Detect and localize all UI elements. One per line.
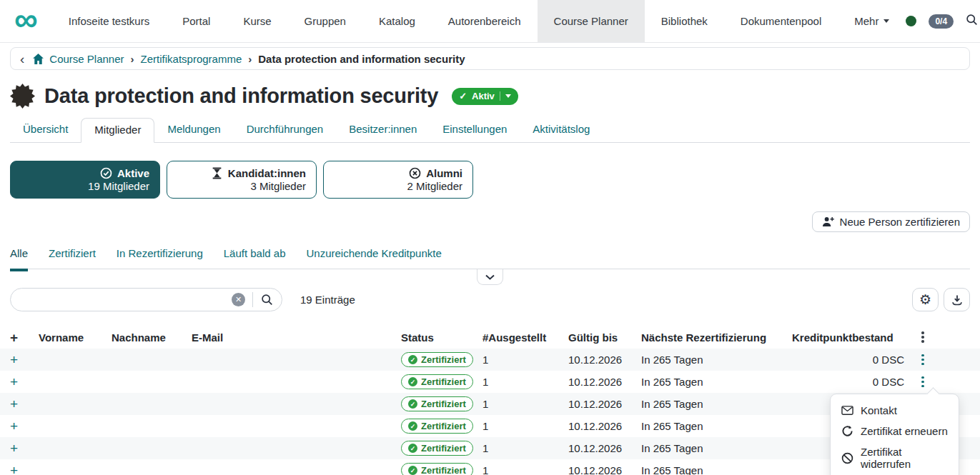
check-icon: ✓ bbox=[408, 444, 417, 453]
entries-count: 19 Einträge bbox=[300, 294, 355, 306]
filter-link[interactable]: Zertifiziert bbox=[49, 247, 96, 259]
check-icon: ✓ bbox=[459, 91, 467, 101]
table-row: + ✓ Zertifiziert 1 10.12.2026 In 265 Tag… bbox=[0, 349, 980, 371]
menu-item-zertifikat-widerrufen[interactable]: Zertifikat widerrufen bbox=[831, 441, 959, 474]
member-summary-cards: Aktive 19 Mitglieder Kandidat:innen 3 Mi… bbox=[10, 161, 970, 199]
breadcrumb-home-link[interactable]: Course Planner bbox=[32, 53, 124, 65]
column-header-email[interactable]: E-Mail bbox=[192, 331, 401, 344]
column-header-vorname[interactable]: Vorname bbox=[39, 331, 112, 344]
nav-item[interactable]: Autorenbereich bbox=[432, 0, 538, 42]
expand-row-icon[interactable]: + bbox=[10, 441, 39, 455]
tab[interactable]: Mitglieder bbox=[81, 118, 154, 143]
expand-row-icon[interactable]: + bbox=[10, 397, 39, 411]
filter-collapse-row bbox=[0, 269, 980, 285]
tab[interactable]: Aktivitätslog bbox=[520, 118, 603, 142]
column-header-nachname[interactable]: Nachname bbox=[112, 331, 192, 344]
expand-row-icon[interactable]: + bbox=[10, 464, 39, 475]
filter-link[interactable]: Läuft bald ab bbox=[224, 247, 286, 259]
main-navigation: Infoseite testkurs Portal Kurse Gruppen … bbox=[52, 0, 906, 42]
home-icon bbox=[32, 53, 44, 65]
status-badge: ✓ Zertifiziert bbox=[401, 419, 473, 434]
tab[interactable]: Meldungen bbox=[154, 118, 233, 142]
table-header-menu-icon[interactable] bbox=[919, 329, 926, 345]
expand-row-icon[interactable]: + bbox=[10, 353, 39, 366]
filter-link[interactable]: Unzureichende Kreditpunkte bbox=[307, 247, 442, 259]
cell-ausgestellt: 1 bbox=[482, 442, 568, 454]
expand-row-icon[interactable]: + bbox=[10, 375, 39, 389]
status-badge: ✓ Zertifiziert bbox=[401, 352, 473, 367]
nav-item[interactable]: Bibliothek bbox=[645, 0, 724, 42]
brand-logo-infinity-icon[interactable]: ∞ bbox=[14, 0, 38, 42]
tab[interactable]: Einstellungen bbox=[430, 118, 520, 142]
status-badge: ✓ Zertifiziert bbox=[401, 396, 473, 411]
hourglass-icon bbox=[211, 167, 223, 179]
row-menu-icon[interactable] bbox=[919, 374, 926, 390]
column-header-gueltig-bis[interactable]: Gültig bis bbox=[568, 331, 641, 344]
nav-item[interactable]: Dokumentenpool bbox=[724, 0, 838, 42]
back-chevron-icon[interactable]: ‹ bbox=[20, 52, 24, 66]
search-icon[interactable] bbox=[966, 14, 978, 29]
tab[interactable]: Übersicht bbox=[10, 118, 81, 142]
collapse-filters-button[interactable] bbox=[477, 269, 503, 285]
column-header-rezertifizierung[interactable]: Nächste Rezertifizierung bbox=[641, 331, 792, 344]
clear-search-icon[interactable]: ✕ bbox=[232, 293, 245, 306]
breadcrumb-separator: › bbox=[248, 53, 252, 65]
column-header-kreditpunktbestand[interactable]: Kreditpunktbestand bbox=[792, 331, 904, 344]
status-active-dropdown-button[interactable]: ✓ Aktiv bbox=[452, 88, 518, 105]
cell-kreditpunktbestand: 0 DSC bbox=[792, 376, 904, 388]
card-aktive[interactable]: Aktive 19 Mitglieder bbox=[10, 161, 160, 199]
nav-item[interactable]: Portal bbox=[166, 0, 227, 42]
breadcrumb-link[interactable]: Zertifikatsprogramme bbox=[141, 53, 242, 65]
nav-item[interactable]: Gruppen bbox=[288, 0, 362, 42]
menu-item-kontakt[interactable]: Kontakt bbox=[831, 400, 959, 421]
task-count-badge[interactable]: 0/4 bbox=[929, 14, 954, 29]
status-badge: ✓ Zertifiziert bbox=[401, 374, 473, 389]
cell-ausgestellt: 1 bbox=[482, 464, 568, 475]
expand-row-icon[interactable]: + bbox=[10, 419, 39, 433]
column-header-status[interactable]: Status bbox=[401, 331, 482, 344]
filter-link[interactable]: In Rezertifizierung bbox=[117, 247, 203, 259]
cell-ausgestellt: 1 bbox=[482, 354, 568, 366]
menu-item-zertifikat-erneuern[interactable]: Zertifikat erneuern bbox=[831, 421, 959, 441]
tab[interactable]: Durchführungen bbox=[234, 118, 337, 142]
download-button[interactable] bbox=[944, 288, 970, 311]
cell-rezertifizierung: In 265 Tagen bbox=[641, 398, 792, 410]
refresh-icon bbox=[841, 425, 853, 437]
page-header: Data protection and information security… bbox=[10, 84, 970, 109]
search-input[interactable] bbox=[19, 294, 232, 306]
card-alumni[interactable]: Alumni 2 Mitglieder bbox=[323, 161, 473, 199]
nav-item[interactable]: Infoseite testkurs bbox=[52, 0, 166, 42]
certify-new-person-button[interactable]: Neue Person zertifizieren bbox=[812, 211, 970, 232]
person-plus-icon bbox=[822, 216, 834, 228]
divider bbox=[500, 91, 500, 101]
row-menu-icon[interactable] bbox=[919, 352, 926, 368]
nav-item[interactable]: Mehr bbox=[838, 0, 906, 42]
table-settings-button[interactable]: ⚙ bbox=[912, 288, 939, 311]
nav-item[interactable]: Katalog bbox=[362, 0, 432, 42]
cell-rezertifizierung: In 265 Tagen bbox=[641, 354, 792, 366]
filter-link[interactable]: Alle bbox=[10, 247, 28, 259]
table-header-row: + Vorname Nachname E-Mail Status #Ausges… bbox=[0, 326, 980, 349]
card-kandidaten[interactable]: Kandidat:innen 3 Mitglieder bbox=[167, 161, 317, 199]
cell-ausgestellt: 1 bbox=[482, 376, 568, 388]
breadcrumb-separator: › bbox=[131, 53, 134, 65]
presence-status-dot[interactable] bbox=[906, 16, 916, 26]
certificate-seal-icon bbox=[10, 84, 35, 109]
status-badge: ✓ Zertifiziert bbox=[401, 441, 473, 456]
tab[interactable]: Besitzer:innen bbox=[336, 118, 430, 142]
cell-rezertifizierung: In 265 Tagen bbox=[641, 376, 792, 388]
row-context-menu: Kontakt Zertifikat erneuern Zertifikat w… bbox=[830, 394, 959, 475]
check-icon: ✓ bbox=[408, 421, 417, 431]
navbar-right-cluster: 0/4 MS bbox=[906, 0, 980, 42]
column-header-ausgestellt[interactable]: #Ausgestellt bbox=[482, 331, 568, 344]
chevron-down-icon bbox=[485, 274, 495, 280]
chevron-down-icon bbox=[505, 94, 511, 98]
nav-item[interactable]: Course Planner bbox=[538, 0, 645, 42]
cell-rezertifizierung: In 265 Tagen bbox=[641, 420, 792, 432]
add-column-icon[interactable]: + bbox=[10, 331, 39, 344]
nav-item[interactable]: Kurse bbox=[227, 0, 287, 42]
divider bbox=[252, 292, 253, 307]
search-icon[interactable] bbox=[261, 294, 273, 306]
cell-ausgestellt: 1 bbox=[482, 420, 568, 432]
breadcrumb-current: Data protection and information security bbox=[258, 53, 465, 65]
